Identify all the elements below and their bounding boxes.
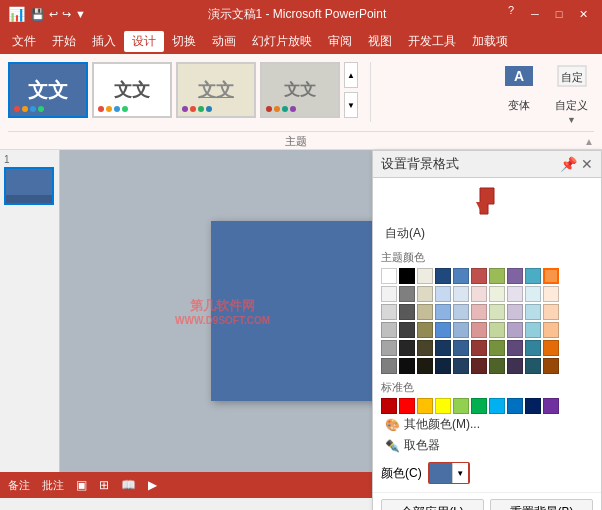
shade-2-3[interactable] — [417, 304, 433, 320]
shade-2-1[interactable] — [381, 304, 397, 320]
color-dropdown-arrow[interactable]: ▼ — [452, 463, 468, 483]
customize-button[interactable]: 自定 自定义 ▼ — [549, 62, 594, 127]
shade-4-5[interactable] — [453, 340, 469, 356]
color-green[interactable] — [489, 268, 505, 284]
color-navy[interactable] — [435, 268, 451, 284]
shade-1-6[interactable] — [471, 286, 487, 302]
shade-1-4[interactable] — [435, 286, 451, 302]
close-button[interactable]: ✕ — [572, 4, 594, 24]
shade-2-6[interactable] — [471, 304, 487, 320]
shade-1-1[interactable] — [381, 286, 397, 302]
menu-dev[interactable]: 开发工具 — [400, 31, 464, 52]
shade-5-10[interactable] — [543, 358, 559, 374]
menu-start[interactable]: 开始 — [44, 31, 84, 52]
menu-insert[interactable]: 插入 — [84, 31, 124, 52]
notes-btn[interactable]: 备注 — [8, 478, 30, 493]
variant-button[interactable]: A 变体 — [497, 62, 541, 127]
shade-1-5[interactable] — [453, 286, 469, 302]
shade-1-9[interactable] — [525, 286, 541, 302]
shade-5-9[interactable] — [525, 358, 541, 374]
shade-4-3[interactable] — [417, 340, 433, 356]
shade-2-4[interactable] — [435, 304, 451, 320]
theme-thumb-4[interactable]: 文文 — [260, 62, 340, 118]
save-icon[interactable]: 💾 — [31, 8, 45, 21]
scroll-up[interactable]: ▲ — [344, 62, 358, 88]
shade-3-2[interactable] — [399, 322, 415, 338]
comments-btn[interactable]: 批注 — [42, 478, 64, 493]
std-color-2[interactable] — [399, 398, 415, 414]
shade-5-5[interactable] — [453, 358, 469, 374]
shade-3-7[interactable] — [489, 322, 505, 338]
shade-5-6[interactable] — [471, 358, 487, 374]
shade-2-10[interactable] — [543, 304, 559, 320]
menu-slideshow[interactable]: 幻灯片放映 — [244, 31, 320, 52]
view-reading-icon[interactable]: 📖 — [121, 478, 136, 492]
shade-3-3[interactable] — [417, 322, 433, 338]
shade-3-4[interactable] — [435, 322, 451, 338]
shade-5-7[interactable] — [489, 358, 505, 374]
shade-4-7[interactable] — [489, 340, 505, 356]
shade-3-9[interactable] — [525, 322, 541, 338]
std-color-1[interactable] — [381, 398, 397, 414]
color-purple[interactable] — [507, 268, 523, 284]
help-icon[interactable]: ? — [508, 4, 514, 24]
shade-4-1[interactable] — [381, 340, 397, 356]
color-red[interactable] — [471, 268, 487, 284]
menu-animation[interactable]: 动画 — [204, 31, 244, 52]
theme-thumb-2[interactable]: 文文 — [92, 62, 172, 118]
undo-icon[interactable]: ↩ — [49, 8, 58, 21]
menu-design[interactable]: 设计 — [124, 31, 164, 52]
shade-4-10[interactable] — [543, 340, 559, 356]
theme-thumb-3[interactable]: 文文 — [176, 62, 256, 118]
bg-panel-close-btn[interactable]: ✕ — [581, 156, 593, 172]
shade-4-9[interactable] — [525, 340, 541, 356]
shade-1-8[interactable] — [507, 286, 523, 302]
shade-1-2[interactable] — [399, 286, 415, 302]
color-black[interactable] — [399, 268, 415, 284]
view-slideshow-icon[interactable]: ▶ — [148, 478, 157, 492]
shade-5-8[interactable] — [507, 358, 523, 374]
redo-icon[interactable]: ↪ — [62, 8, 71, 21]
shade-3-8[interactable] — [507, 322, 523, 338]
color-lightblue[interactable] — [525, 268, 541, 284]
shade-5-2[interactable] — [399, 358, 415, 374]
slide-thumbnail[interactable] — [4, 167, 54, 205]
minimize-button[interactable]: ─ — [524, 4, 546, 24]
shade-2-9[interactable] — [525, 304, 541, 320]
collapse-ribbon[interactable]: ▲ — [584, 136, 594, 147]
reset-bg-button[interactable]: 重置背景(B) — [490, 499, 593, 510]
color-white[interactable] — [381, 268, 397, 284]
shade-1-10[interactable] — [543, 286, 559, 302]
shade-1-3[interactable] — [417, 286, 433, 302]
menu-file[interactable]: 文件 — [4, 31, 44, 52]
shade-3-5[interactable] — [453, 322, 469, 338]
shade-3-1[interactable] — [381, 322, 397, 338]
auto-button[interactable]: 自动(A) — [381, 223, 593, 244]
std-color-5[interactable] — [453, 398, 469, 414]
theme-thumb-1[interactable]: 文文 — [8, 62, 88, 118]
std-color-4[interactable] — [435, 398, 451, 414]
color-cream[interactable] — [417, 268, 433, 284]
view-normal-icon[interactable]: ▣ — [76, 478, 87, 492]
color-orange[interactable] — [543, 268, 559, 284]
shade-5-1[interactable] — [381, 358, 397, 374]
view-sorter-icon[interactable]: ⊞ — [99, 478, 109, 492]
menu-view[interactable]: 视图 — [360, 31, 400, 52]
menu-addins[interactable]: 加载项 — [464, 31, 516, 52]
std-color-3[interactable] — [417, 398, 433, 414]
shade-2-8[interactable] — [507, 304, 523, 320]
scroll-down[interactable]: ▼ — [344, 92, 358, 118]
customize-icon[interactable]: ▼ — [75, 8, 86, 21]
shade-3-6[interactable] — [471, 322, 487, 338]
maximize-button[interactable]: □ — [548, 4, 570, 24]
std-color-9[interactable] — [525, 398, 541, 414]
shade-4-2[interactable] — [399, 340, 415, 356]
shade-4-8[interactable] — [507, 340, 523, 356]
shade-2-2[interactable] — [399, 304, 415, 320]
shade-5-3[interactable] — [417, 358, 433, 374]
color-blue[interactable] — [453, 268, 469, 284]
shade-4-6[interactable] — [471, 340, 487, 356]
std-color-7[interactable] — [489, 398, 505, 414]
bg-panel-pin[interactable]: 📌 — [560, 156, 577, 172]
shade-3-10[interactable] — [543, 322, 559, 338]
